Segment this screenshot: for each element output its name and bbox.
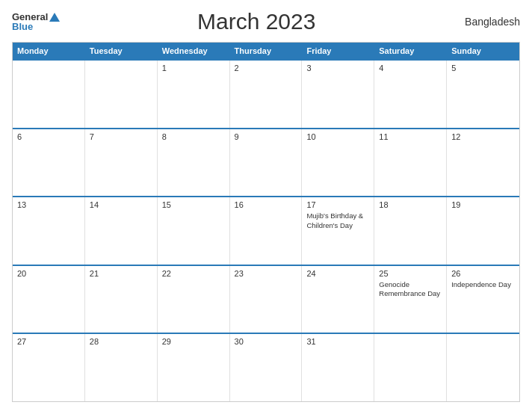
cell-w5-fri: 31: [302, 334, 374, 401]
cell-w2-fri: 10: [302, 129, 374, 197]
week-1: 1 2 3 4 5: [13, 59, 519, 128]
col-saturday: Saturday: [374, 43, 447, 59]
col-friday: Friday: [302, 43, 374, 59]
cell-w2-thu: 9: [230, 129, 303, 197]
header: General Blue March 2023 Bangladesh: [12, 9, 520, 34]
cell-w4-tue: 21: [85, 266, 158, 333]
cell-w3-tue: 14: [85, 197, 158, 265]
col-thursday: Thursday: [230, 43, 303, 59]
week-2: 6 7 8 9 10 11 12: [13, 128, 519, 197]
logo-blue-text: Blue: [12, 22, 33, 31]
cell-w2-wed: 8: [158, 129, 230, 197]
cell-w4-fri: 24: [302, 266, 374, 333]
cell-w2-tue: 7: [85, 129, 158, 197]
cell-w3-sat: 18: [374, 197, 447, 265]
cell-w5-wed: 29: [158, 334, 230, 401]
cell-w4-wed: 22: [158, 266, 230, 333]
week-5: 27 28 29 30 31: [13, 333, 519, 401]
cell-w2-mon: 6: [13, 129, 85, 197]
event-genocide: Genocide Remembrance Day: [379, 280, 442, 299]
cell-w5-mon: 27: [13, 334, 85, 401]
calendar-header: Monday Tuesday Wednesday Thursday Friday…: [13, 43, 519, 59]
logo: General Blue: [12, 12, 60, 31]
week-3: 13 14 15 16 17 Mujib's Birthday & Childr…: [13, 196, 519, 265]
cell-w1-sat: 4: [374, 61, 447, 128]
cell-w5-sun: [447, 334, 519, 401]
cell-w3-fri: 17 Mujib's Birthday & Children's Day: [302, 197, 374, 265]
cell-w5-thu: 30: [230, 334, 303, 401]
cell-w2-sun: 12: [447, 129, 519, 197]
cell-w1-tue: [85, 61, 158, 128]
cell-w4-mon: 20: [13, 266, 85, 333]
event-independence: Independence Day: [451, 280, 515, 289]
calendar-title: March 2023: [60, 9, 453, 34]
cell-w4-sat: 25 Genocide Remembrance Day: [374, 266, 447, 333]
col-sunday: Sunday: [447, 43, 519, 59]
col-wednesday: Wednesday: [158, 43, 230, 59]
cell-w3-wed: 15: [158, 197, 230, 265]
cell-w3-thu: 16: [230, 197, 303, 265]
cell-w5-tue: 28: [85, 334, 158, 401]
logo-triangle-icon: [49, 13, 60, 22]
cell-w4-sun: 26 Independence Day: [447, 266, 519, 333]
cell-w3-sun: 19: [447, 197, 519, 265]
page: General Blue March 2023 Bangladesh Monda…: [0, 0, 532, 411]
cell-w1-wed: 1: [158, 61, 230, 128]
cell-w4-thu: 23: [230, 266, 303, 333]
cell-w1-fri: 3: [302, 61, 374, 128]
cell-w3-mon: 13: [13, 197, 85, 265]
cell-w1-sun: 5: [447, 61, 519, 128]
country-label: Bangladesh: [453, 16, 520, 28]
cell-w5-sat: [374, 334, 447, 401]
col-monday: Monday: [13, 43, 85, 59]
cell-w2-sat: 11: [374, 129, 447, 197]
cell-w1-thu: 2: [230, 61, 303, 128]
calendar-body: 1 2 3 4 5 6 7 8 9 10 11 12 13 14 15: [13, 59, 519, 401]
cell-w1-mon: [13, 61, 85, 128]
calendar: Monday Tuesday Wednesday Thursday Friday…: [12, 42, 520, 402]
week-4: 20 21 22 23 24 25 Genocide Remembrance D…: [13, 265, 519, 333]
event-mujib: Mujib's Birthday & Children's Day: [306, 211, 369, 230]
col-tuesday: Tuesday: [85, 43, 158, 59]
